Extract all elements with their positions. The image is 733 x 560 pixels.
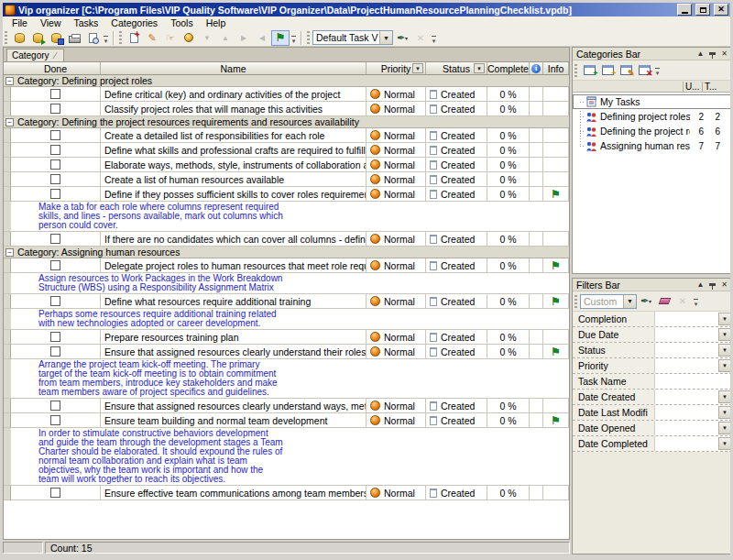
priority-cell[interactable]: Normal xyxy=(366,172,426,187)
close-button[interactable]: ✕ xyxy=(714,4,728,16)
apply-view-button[interactable]: ✒▾ xyxy=(393,30,411,46)
purchase-button[interactable] xyxy=(180,30,198,46)
pin-panel-button[interactable] xyxy=(706,280,718,291)
menu-item-tools[interactable]: Tools xyxy=(164,16,200,29)
complete-cell[interactable]: 0 % xyxy=(487,87,530,102)
save-database-button[interactable] xyxy=(47,30,65,46)
toolbar-gripper[interactable] xyxy=(574,64,577,77)
info-cell[interactable] xyxy=(543,143,569,158)
task-name-cell[interactable]: Ensure effective team communications amo… xyxy=(101,486,366,500)
info-cell[interactable] xyxy=(543,232,569,247)
done-cell[interactable] xyxy=(11,102,101,116)
group-by-category-tab[interactable]: Category ∕ xyxy=(6,49,64,61)
info-cell[interactable] xyxy=(543,172,569,187)
filter-dropdown-button[interactable]: ▼ xyxy=(718,390,730,403)
done-checkbox[interactable] xyxy=(50,332,60,342)
done-checkbox[interactable] xyxy=(50,174,60,184)
complete-cell[interactable]: 0 % xyxy=(487,172,530,187)
toolbar-overflow-button[interactable]: ▾ xyxy=(653,62,662,78)
column-header-done[interactable]: Done xyxy=(11,62,101,74)
complete-cell[interactable]: 0 % xyxy=(487,187,530,202)
status-cell[interactable]: Created xyxy=(426,258,487,273)
task-name-cell[interactable]: Classify project roles that will manage … xyxy=(101,102,366,116)
delete-filter-button[interactable]: ✕ xyxy=(673,293,692,310)
collapse-group-icon[interactable]: − xyxy=(5,77,14,85)
collapse-panel-button[interactable]: ▲ xyxy=(695,49,706,60)
priority-cell[interactable]: Normal xyxy=(366,102,426,116)
clear-view-button[interactable]: ✕ xyxy=(411,30,430,46)
filter-value-field[interactable] xyxy=(655,358,717,373)
complete-cell[interactable]: 0 % xyxy=(487,232,530,247)
filter-value-field[interactable] xyxy=(655,436,717,451)
new-subcategory-button[interactable]: + xyxy=(598,62,617,79)
collapse-group-icon[interactable]: − xyxy=(5,118,14,126)
delete-category-button[interactable]: ✕ xyxy=(635,62,653,79)
info-cell[interactable]: ⚑ xyxy=(543,187,569,202)
menu-item-help[interactable]: Help xyxy=(200,16,233,29)
status-cell[interactable]: Created xyxy=(426,486,487,500)
done-checkbox[interactable] xyxy=(50,401,60,411)
done-cell[interactable] xyxy=(11,486,101,500)
chevron-down-icon[interactable]: ▼ xyxy=(623,295,636,308)
task-row[interactable]: Create a list of human resources availab… xyxy=(4,172,569,187)
status-cell[interactable]: Created xyxy=(426,158,487,172)
category-group-row[interactable]: − Category: Defining the project resourc… xyxy=(4,116,569,128)
priority-cell[interactable]: Normal xyxy=(366,143,426,158)
task-view-combo[interactable]: Default Task V ▼ xyxy=(312,30,393,45)
filter-value-field[interactable] xyxy=(655,312,717,326)
toolbar-gripper[interactable] xyxy=(119,31,122,44)
menu-item-categories[interactable]: Categories xyxy=(104,16,164,29)
close-panel-button[interactable]: ✕ xyxy=(718,49,730,60)
priority-cell[interactable]: Normal xyxy=(366,187,426,202)
task-name-cell[interactable]: Ensure that assigned resources clearly u… xyxy=(101,399,366,413)
task-name-cell[interactable]: Define what resources require additional… xyxy=(101,294,366,309)
info-cell[interactable] xyxy=(543,330,569,345)
filter-value-field[interactable] xyxy=(655,390,717,404)
tree-item-category[interactable]: Assigning human resources 7 7 xyxy=(573,138,730,153)
column-header-uncompleted[interactable]: U... xyxy=(683,82,702,92)
move-down-button[interactable]: ▼ xyxy=(198,30,216,46)
close-panel-button[interactable]: ✕ xyxy=(718,280,730,291)
clear-filter-button[interactable] xyxy=(655,293,673,310)
done-cell[interactable] xyxy=(11,87,101,102)
filter-value-field[interactable] xyxy=(655,327,717,342)
filter-preset-combo[interactable]: Custom ▼ xyxy=(580,294,637,309)
done-cell[interactable] xyxy=(11,232,101,247)
filter-value-field[interactable] xyxy=(655,343,717,357)
priority-filter-button[interactable]: ▼ xyxy=(412,63,423,73)
column-header-complete[interactable]: Complete xyxy=(487,62,530,74)
move-up-button[interactable]: ▲ xyxy=(216,30,235,46)
new-database-button[interactable] xyxy=(10,30,28,46)
task-row[interactable]: Delegate project roles to human resource… xyxy=(4,258,569,273)
task-name-cell[interactable]: Delegate project roles to human resource… xyxy=(101,258,366,273)
info-cell[interactable] xyxy=(543,158,569,172)
add-task-button[interactable] xyxy=(125,30,143,46)
done-checkbox[interactable] xyxy=(50,159,60,170)
toolbar-overflow-button[interactable]: ▾ xyxy=(430,30,438,46)
toolbar-overflow-button[interactable]: ▾ xyxy=(102,30,110,46)
complete-cell[interactable]: 0 % xyxy=(487,345,530,359)
filter-dropdown-button[interactable]: ▼ xyxy=(718,422,730,434)
task-name-cell[interactable]: Define what skills and professional craf… xyxy=(101,143,366,158)
priority-cell[interactable]: Normal xyxy=(366,232,426,247)
filter-value-field[interactable] xyxy=(655,421,717,435)
done-checkbox[interactable] xyxy=(50,488,60,498)
task-row[interactable]: Ensure team building and normal team dev… xyxy=(4,413,569,428)
task-name-cell[interactable]: Elaborate ways, methods, style, instrume… xyxy=(101,158,366,172)
task-row[interactable]: Define what skills and professional craf… xyxy=(4,143,569,158)
done-cell[interactable] xyxy=(11,399,101,413)
task-row[interactable]: Create a detailed list of responsibiliti… xyxy=(4,128,569,143)
done-cell[interactable] xyxy=(11,187,101,202)
filter-dropdown-button[interactable]: ▼ xyxy=(718,344,730,357)
status-cell[interactable]: Created xyxy=(426,102,487,116)
task-row[interactable]: Ensure that assigned resources clearly u… xyxy=(4,399,569,413)
info-cell[interactable] xyxy=(543,87,569,102)
priority-cell[interactable]: Normal xyxy=(366,345,426,359)
task-name-cell[interactable]: Create a list of human resources availab… xyxy=(101,172,366,187)
new-category-button[interactable]: + xyxy=(580,62,598,79)
done-checkbox[interactable] xyxy=(50,346,60,357)
priority-cell[interactable]: Normal xyxy=(366,486,426,500)
task-row[interactable]: Ensure effective team communications amo… xyxy=(4,486,569,500)
highlight-flag-button[interactable]: ⚑ xyxy=(271,30,290,46)
info-cell[interactable] xyxy=(543,128,569,143)
